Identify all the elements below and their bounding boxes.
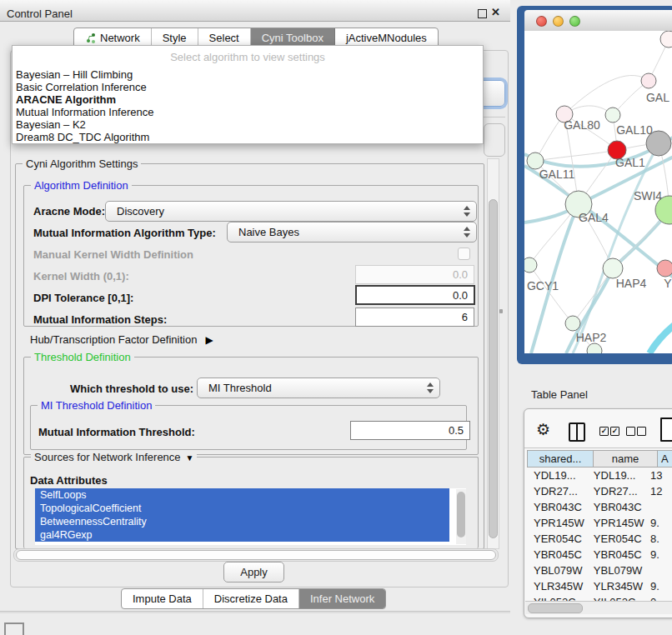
network-graph: GALGAL80GAL10GAL1GAL11GAL4SWI4GCY1HAP4YH…: [524, 31, 672, 353]
table-cell: YER054C: [527, 531, 589, 547]
group-title: Threshold Definition: [31, 351, 134, 363]
dropdown-item[interactable]: Mutual Information Inference: [13, 106, 483, 118]
gear-icon[interactable]: ⚙: [536, 420, 550, 439]
zoom-traffic-light-icon[interactable]: [569, 16, 580, 27]
table-row[interactable]: YPR145WYPR145W9.: [527, 515, 672, 531]
kernel-width-field[interactable]: 0.0: [355, 265, 474, 284]
network-node-GCY1[interactable]: [524, 258, 537, 272]
attribute-list-item[interactable]: SelfLoops: [35, 488, 449, 502]
table-cell: YER054C: [589, 531, 647, 547]
dropdown-item[interactable]: Dream8 DC_TDC Algorithm: [13, 131, 483, 143]
which-threshold-value: MI Threshold: [208, 382, 272, 394]
hub-definition-expander[interactable]: Hub/Transcription Factor Definition▶: [30, 333, 213, 346]
mi-steps-value: 6: [462, 311, 468, 323]
table-cell: YPR145W: [589, 515, 647, 531]
network-canvas[interactable]: GALGAL80GAL10GAL1GAL11GAL4SWI4GCY1HAP4YH…: [524, 31, 672, 353]
mi-threshold-label: Mutual Information Threshold:: [38, 426, 195, 438]
dropdown-item[interactable]: Bayesian – K2: [13, 118, 483, 131]
column-header-a[interactable]: A: [658, 450, 672, 468]
table-cell: 9.: [647, 547, 672, 562]
minimize-traffic-light-icon[interactable]: [553, 16, 564, 27]
panel-bottom-edge: [0, 611, 510, 613]
column-header-shared[interactable]: shared...: [527, 450, 594, 468]
table-cell: YLR345W: [527, 578, 589, 594]
settings-horizontal-scrollbar[interactable]: [13, 548, 499, 562]
table-cell: [647, 499, 672, 515]
table-cell: 13: [647, 468, 672, 483]
table-row[interactable]: YBR045CYBR045C9.: [527, 547, 672, 562]
attribute-list-item[interactable]: gal4RGexp: [35, 528, 449, 542]
settings-vertical-scrollbar[interactable]: [487, 158, 499, 549]
close-traffic-light-icon[interactable]: [536, 16, 547, 27]
network-node-GAL11[interactable]: [527, 152, 544, 169]
scrollbar-thumb[interactable]: [16, 550, 496, 560]
manual-kernel-checkbox[interactable]: [458, 248, 470, 260]
network-node[interactable]: [660, 31, 672, 48]
network-node-Y[interactable]: [657, 260, 672, 277]
network-node-HAP4[interactable]: [603, 258, 623, 278]
scrollbar-thumb[interactable]: [489, 199, 498, 538]
table-cell: 12: [647, 483, 672, 499]
columns-icon[interactable]: [569, 422, 585, 442]
table-header-row: shared...nameA: [527, 450, 672, 468]
table-row[interactable]: YBL079WYBL079W: [527, 562, 672, 578]
table-horizontal-scrollbar[interactable]: [525, 601, 672, 614]
network-node-HAP2[interactable]: [565, 316, 580, 331]
checked-checkbox-icon[interactable]: ✓: [599, 427, 609, 436]
splitter-handle[interactable]: [499, 309, 503, 313]
unchecked-checkbox-icon[interactable]: [626, 427, 635, 436]
dropdown-item[interactable]: ARACNE Algorithm: [13, 93, 483, 106]
table-cell: 0.: [647, 594, 672, 601]
bottom-tab-impute-data[interactable]: Impute Data: [122, 589, 203, 608]
table-cell: YLR345W: [589, 578, 647, 594]
table-row[interactable]: YER054CYER054C8.: [527, 531, 672, 547]
network-node-GAL[interactable]: [641, 73, 656, 88]
table-row[interactable]: YBR043CYBR043C: [527, 499, 672, 515]
dropdown-prompt: Select algorithm to view settings: [13, 46, 483, 68]
obscured-groupbox-edge: [484, 117, 505, 118]
table-row[interactable]: YIL052CYIL052C0.: [527, 594, 672, 601]
bottom-tab-infer-network[interactable]: Infer Network: [299, 589, 385, 608]
table-cell: YBL079W: [589, 562, 647, 578]
unchecked-checkbox-icon[interactable]: [637, 427, 646, 436]
aracne-mode-select[interactable]: Discovery: [105, 201, 477, 222]
network-window-titlebar[interactable]: [524, 10, 672, 32]
mi-threshold-value: 0.5: [449, 424, 464, 437]
checked-checkbox-icon[interactable]: ✓: [610, 427, 619, 436]
apply-button[interactable]: Apply: [223, 562, 284, 582]
table-row[interactable]: YDL19...YDL19...13: [527, 468, 672, 483]
data-attributes-list[interactable]: SelfLoopsTopologicalCoefficientBetweenne…: [35, 488, 466, 545]
column-header-name[interactable]: name: [594, 450, 658, 468]
table-cell: YBR043C: [589, 499, 647, 515]
attribute-list-item[interactable]: BetweennessCentrality: [35, 515, 449, 528]
table-cell: 9.: [647, 515, 672, 531]
dropdown-item[interactable]: Basic Correlation Inference: [13, 81, 483, 93]
close-icon[interactable]: ✕: [491, 6, 500, 18]
mi-steps-field[interactable]: 6: [355, 308, 474, 327]
scrollbar-thumb[interactable]: [528, 603, 583, 613]
mi-type-select[interactable]: Naive Bayes: [227, 222, 477, 242]
table-cell: YPR145W: [527, 515, 589, 531]
table-row[interactable]: YDR27...YDR27...12: [527, 483, 672, 499]
network-node-GAL10[interactable]: [605, 108, 620, 122]
dock-handle-icon[interactable]: [4, 622, 24, 635]
hub-definition-label: Hub/Transcription Factor Definition: [30, 333, 197, 346]
attribute-list-item[interactable]: TopologicalCoefficient: [35, 502, 449, 515]
dpi-tolerance-field[interactable]: 0.0: [355, 285, 475, 305]
float-window-icon[interactable]: [478, 9, 487, 18]
bottom-tab-bar: Impute DataDiscretize DataInfer Network: [121, 588, 386, 609]
table-row[interactable]: YLR345WYLR345W9.: [527, 578, 672, 594]
new-table-icon[interactable]: [660, 418, 672, 442]
table-cell: 8.: [647, 531, 672, 547]
dropdown-item[interactable]: Bayesian – Hill Climbing: [13, 68, 483, 81]
scrollbar-thumb[interactable]: [457, 492, 465, 538]
table-cell: YBL079W: [527, 562, 589, 578]
group-title: Cyni Algorithm Settings: [23, 158, 141, 170]
table-cell: YBR045C: [527, 547, 589, 562]
collapse-arrow-icon[interactable]: ▼: [186, 453, 194, 462]
list-scrollbar[interactable]: [456, 489, 466, 544]
which-threshold-select[interactable]: MI Threshold: [197, 378, 440, 398]
bottom-tab-discretize-data[interactable]: Discretize Data: [203, 589, 299, 608]
mi-threshold-field[interactable]: 0.5: [350, 421, 470, 440]
kernel-width-label: Kernel Width (0,1):: [33, 270, 129, 282]
